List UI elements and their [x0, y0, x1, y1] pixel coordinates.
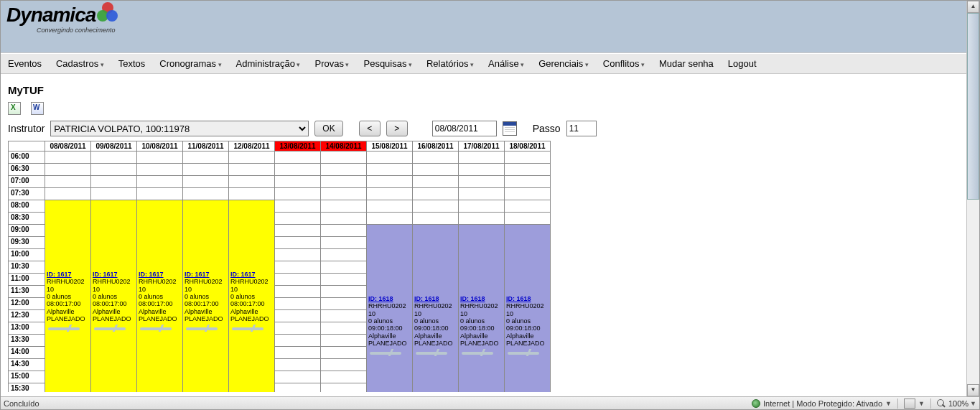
schedule-cell[interactable] [321, 383, 367, 393]
schedule-cell[interactable] [321, 335, 367, 347]
menu-item[interactable]: Logout [728, 58, 757, 69]
schedule-cell[interactable] [275, 310, 321, 322]
schedule-cell[interactable] [321, 298, 367, 310]
schedule-cell[interactable] [275, 371, 321, 383]
view-dropdown-icon[interactable]: ▼ [918, 400, 925, 407]
schedule-cell[interactable] [459, 200, 505, 213]
menu-item[interactable]: Cadastros [56, 58, 104, 69]
schedule-cell[interactable] [275, 237, 321, 249]
schedule-cell[interactable] [367, 176, 413, 188]
schedule-cell[interactable] [321, 249, 367, 261]
schedule-cell[interactable] [183, 176, 229, 188]
menu-item[interactable]: Mudar senha [659, 58, 714, 69]
schedule-cell[interactable] [413, 200, 459, 213]
schedule-cell[interactable] [137, 164, 183, 176]
schedule-event[interactable]: ID: 1617RHRHU0202100 alunos08:00:17:00Al… [229, 200, 274, 392]
schedule-cell[interactable]: ID: 1617RHRHU0202100 alunos08:00:17:00Al… [137, 200, 183, 393]
schedule-cell[interactable] [275, 152, 321, 164]
schedule-cell[interactable] [321, 213, 367, 225]
schedule-cell[interactable] [459, 188, 505, 200]
schedule-cell[interactable] [505, 188, 551, 200]
schedule-cell[interactable]: ID: 1618RHRHU0202100 alunos09:00:18:00Al… [459, 225, 505, 393]
schedule-cell[interactable] [459, 164, 505, 176]
schedule-cell[interactable] [275, 164, 321, 176]
schedule-cell[interactable]: ID: 1618RHRHU0202100 alunos09:00:18:00Al… [505, 225, 551, 393]
schedule-cell[interactable] [229, 176, 275, 188]
zone-dropdown-icon[interactable]: ▼ [885, 400, 892, 407]
scroll-down-arrow-icon[interactable]: ▼ [967, 384, 979, 396]
schedule-cell[interactable] [183, 152, 229, 164]
schedule-cell[interactable] [183, 188, 229, 200]
schedule-cell[interactable] [275, 347, 321, 359]
schedule-cell[interactable] [275, 200, 321, 213]
schedule-cell[interactable] [45, 188, 91, 200]
schedule-cell[interactable] [321, 152, 367, 164]
event-id-link[interactable]: ID: 1618 [368, 295, 393, 302]
event-id-link[interactable]: ID: 1618 [460, 295, 485, 302]
schedule-cell[interactable] [45, 164, 91, 176]
schedule-cell[interactable]: ID: 1617RHRHU0202100 alunos08:00:17:00Al… [91, 200, 137, 393]
schedule-cell[interactable] [367, 188, 413, 200]
schedule-cell[interactable]: ID: 1618RHRHU0202100 alunos09:00:18:00Al… [367, 225, 413, 393]
schedule-cell[interactable] [45, 176, 91, 188]
schedule-cell[interactable] [505, 213, 551, 225]
schedule-cell[interactable] [275, 274, 321, 286]
export-excel-icon[interactable] [8, 102, 21, 115]
schedule-cell[interactable] [459, 176, 505, 188]
schedule-cell[interactable] [45, 152, 91, 164]
zoom-dropdown-icon[interactable]: ▼ [970, 400, 976, 407]
schedule-cell[interactable] [321, 359, 367, 371]
schedule-event[interactable]: ID: 1617RHRHU0202100 alunos08:00:17:00Al… [183, 200, 228, 392]
schedule-cell[interactable] [321, 176, 367, 188]
event-id-link[interactable]: ID: 1618 [414, 295, 439, 302]
instructor-select[interactable]: PATRICIA VOLPATO, 100:11978 [50, 121, 309, 136]
event-id-link[interactable]: ID: 1617 [185, 271, 210, 278]
event-id-link[interactable]: ID: 1617 [93, 271, 118, 278]
schedule-event[interactable]: ID: 1617RHRHU0202100 alunos08:00:17:00Al… [137, 200, 182, 392]
schedule-cell[interactable] [275, 225, 321, 237]
schedule-cell[interactable] [367, 152, 413, 164]
event-id-link[interactable]: ID: 1617 [230, 271, 256, 278]
schedule-cell[interactable] [275, 188, 321, 200]
scroll-up-arrow-icon[interactable]: ▲ [967, 1, 979, 13]
scrollbar-thumb[interactable] [967, 13, 979, 200]
schedule-cell[interactable] [321, 274, 367, 286]
menu-item[interactable]: Relatórios [426, 58, 474, 69]
menu-item[interactable]: Provas [315, 58, 350, 69]
schedule-cell[interactable] [367, 213, 413, 225]
schedule-cell[interactable] [321, 347, 367, 359]
schedule-event[interactable]: ID: 1617RHRHU0202100 alunos08:00:17:00Al… [91, 200, 136, 392]
schedule-cell[interactable] [367, 164, 413, 176]
schedule-cell[interactable] [275, 261, 321, 274]
schedule-cell[interactable] [91, 164, 137, 176]
event-id-link[interactable]: ID: 1617 [139, 271, 164, 278]
schedule-cell[interactable] [413, 213, 459, 225]
schedule-cell[interactable] [229, 188, 275, 200]
schedule-cell[interactable] [321, 237, 367, 249]
schedule-cell[interactable] [505, 176, 551, 188]
schedule-cell[interactable] [321, 261, 367, 274]
event-id-link[interactable]: ID: 1618 [506, 295, 531, 302]
schedule-cell[interactable] [183, 164, 229, 176]
schedule-cell[interactable] [275, 359, 321, 371]
schedule-cell[interactable] [275, 322, 321, 335]
schedule-cell[interactable] [413, 176, 459, 188]
schedule-cell[interactable] [275, 249, 321, 261]
schedule-event[interactable]: ID: 1618RHRHU0202100 alunos09:00:18:00Al… [367, 225, 412, 392]
zoom-icon[interactable] [937, 399, 946, 408]
menu-item[interactable]: Eventos [8, 58, 42, 69]
schedule-cell[interactable] [275, 286, 321, 298]
schedule-cell[interactable] [505, 200, 551, 213]
menu-item[interactable]: Textos [118, 58, 146, 69]
schedule-cell[interactable] [275, 298, 321, 310]
menu-item[interactable]: Cronogramas [159, 58, 221, 69]
schedule-cell[interactable] [367, 200, 413, 213]
schedule-cell[interactable] [275, 213, 321, 225]
schedule-cell[interactable] [137, 176, 183, 188]
schedule-cell[interactable] [91, 188, 137, 200]
schedule-cell[interactable] [321, 188, 367, 200]
date-input[interactable] [432, 121, 497, 136]
schedule-cell[interactable]: ID: 1617RHRHU0202100 alunos08:00:17:00Al… [45, 200, 91, 393]
vertical-scrollbar[interactable]: ▲ ▼ [966, 1, 979, 396]
schedule-cell[interactable]: ID: 1617RHRHU0202100 alunos08:00:17:00Al… [229, 200, 275, 393]
